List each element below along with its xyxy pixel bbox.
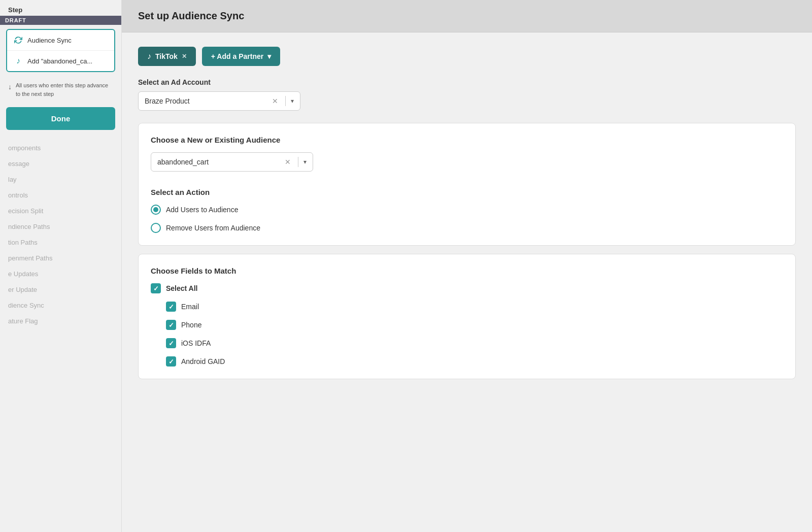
- checkbox-phone[interactable]: ✓ Phone: [166, 320, 783, 330]
- audience-arrow-icon[interactable]: ▾: [303, 158, 307, 165]
- sidebar-info: ↓ All users who enter this step advance …: [0, 76, 121, 103]
- fields-card-title: Choose Fields to Match: [151, 267, 783, 275]
- main-content: Set up Audience Sync ♪ TikTok ✕ + Add a …: [122, 0, 812, 532]
- sidebar-item-add-abandoned[interactable]: ♪ Add "abandoned_ca...: [7, 51, 114, 71]
- arrow-down-icon: ↓: [8, 82, 12, 92]
- step-label: Step: [0, 0, 121, 16]
- audience-card: Choose a New or Existing Audience abando…: [138, 123, 796, 246]
- ad-account-clear-icon[interactable]: ✕: [272, 97, 278, 105]
- checkbox-email-box: ✓: [166, 302, 176, 312]
- action-radio-group: Add Users to Audience Remove Users from …: [151, 205, 783, 233]
- sidebar-nav-delay[interactable]: lay: [0, 172, 121, 187]
- sidebar-nav-user-updates[interactable]: e Updates: [0, 266, 121, 282]
- sidebar-nav-message[interactable]: essage: [0, 156, 121, 172]
- fields-card: Choose Fields to Match ✓ Select All ✓ E: [138, 254, 796, 379]
- checkbox-select-all-box: ✓: [151, 283, 161, 293]
- checkbox-email-check: ✓: [168, 303, 174, 311]
- radio-remove-users-outer: [151, 223, 161, 233]
- main-body: ♪ TikTok ✕ + Add a Partner ▾ Select an A…: [122, 32, 812, 532]
- partner-row: ♪ TikTok ✕ + Add a Partner ▾: [138, 47, 796, 66]
- audience-value: abandoned_cart: [157, 158, 285, 166]
- sidebar: Step DRAFT Audience Sync ♪ Add "abandone…: [0, 0, 122, 532]
- checkbox-android-gaid-box: ✓: [166, 356, 176, 367]
- ad-account-arrow-icon[interactable]: ▾: [291, 97, 294, 105]
- checkbox-ios-idfa[interactable]: ✓ iOS IDFA: [166, 338, 783, 348]
- sidebar-nav-action-paths[interactable]: tion Paths: [0, 235, 121, 250]
- radio-add-users-inner: [153, 207, 158, 212]
- checkbox-android-gaid-check: ✓: [168, 358, 174, 365]
- audience-clear-icon[interactable]: ✕: [285, 158, 291, 166]
- checkbox-phone-check: ✓: [168, 321, 174, 329]
- audience-select[interactable]: abandoned_cart ✕ ▾: [151, 152, 313, 172]
- tiktok-logo-icon: ♪: [147, 52, 151, 61]
- checkbox-email-label: Email: [181, 303, 199, 311]
- checkbox-ios-idfa-label: iOS IDFA: [181, 339, 211, 347]
- action-section-title: Select an Action: [151, 188, 783, 196]
- checkbox-select-all-label: Select All: [166, 284, 198, 292]
- sidebar-nav-decision-split[interactable]: ecision Split: [0, 203, 121, 219]
- sidebar-nav-feature-flag[interactable]: ature Flag: [0, 313, 121, 329]
- page-title: Set up Audience Sync: [138, 10, 796, 22]
- ad-account-select[interactable]: Braze Product ✕ ▾: [138, 91, 300, 111]
- ad-account-section: Select an Ad Account Braze Product ✕ ▾: [138, 78, 796, 123]
- sidebar-nav-user-update[interactable]: er Update: [0, 282, 121, 297]
- add-abandoned-label: Add "abandoned_ca...: [27, 57, 92, 65]
- tiktok-partner-button[interactable]: ♪ TikTok ✕: [138, 47, 196, 66]
- sidebar-nav-controls[interactable]: ontrols: [0, 187, 121, 203]
- ad-account-label: Select an Ad Account: [138, 78, 796, 86]
- draft-badge: DRAFT: [0, 16, 121, 25]
- sync-icon: [13, 35, 23, 45]
- radio-remove-users[interactable]: Remove Users from Audience: [151, 223, 783, 233]
- fields-sub-group: ✓ Email ✓ Phone ✓ iOS IDFA: [151, 302, 783, 367]
- radio-add-users-label: Add Users to Audience: [166, 206, 238, 214]
- checkbox-ios-idfa-check: ✓: [168, 340, 174, 347]
- tiktok-button-label: TikTok: [155, 52, 178, 60]
- add-partner-arrow-icon: ▾: [267, 52, 271, 60]
- sidebar-nav-experiment-paths[interactable]: penment Paths: [0, 250, 121, 266]
- sidebar-info-text: All users who enter this step advance to…: [16, 81, 113, 98]
- checkbox-phone-label: Phone: [181, 321, 201, 329]
- ad-account-value: Braze Product: [145, 97, 272, 105]
- select-divider: [285, 96, 286, 106]
- fields-checkbox-group: ✓ Select All ✓ Email ✓: [151, 283, 783, 367]
- audience-select-divider: [298, 157, 298, 167]
- done-button[interactable]: Done: [6, 107, 115, 130]
- audience-card-title: Choose a New or Existing Audience: [151, 136, 783, 144]
- add-partner-button[interactable]: + Add a Partner ▾: [202, 47, 280, 66]
- checkbox-email[interactable]: ✓ Email: [166, 302, 783, 312]
- sidebar-nav-audience-sync[interactable]: dience Sync: [0, 297, 121, 313]
- action-section: Select an Action Add Users to Audience R…: [151, 188, 783, 233]
- main-header: Set up Audience Sync: [122, 0, 812, 32]
- radio-add-users[interactable]: Add Users to Audience: [151, 205, 783, 215]
- sidebar-item-audience-sync[interactable]: Audience Sync: [7, 30, 114, 51]
- radio-add-users-outer: [151, 205, 161, 215]
- checkbox-phone-box: ✓: [166, 320, 176, 330]
- step-item-container: Audience Sync ♪ Add "abandoned_ca...: [6, 29, 115, 72]
- checkbox-android-gaid-label: Android GAID: [181, 357, 225, 365]
- checkbox-ios-idfa-box: ✓: [166, 338, 176, 348]
- audience-sync-label: Audience Sync: [27, 37, 72, 44]
- radio-remove-users-label: Remove Users from Audience: [166, 224, 260, 232]
- tiktok-close-icon[interactable]: ✕: [182, 53, 187, 60]
- add-partner-label: + Add a Partner: [211, 52, 263, 60]
- tiktok-icon-small: ♪: [13, 56, 23, 66]
- checkbox-select-all[interactable]: ✓ Select All: [151, 283, 783, 293]
- sidebar-nav-group: omponents essage lay ontrols ecision Spl…: [0, 140, 121, 329]
- sidebar-nav-audience-paths[interactable]: ndience Paths: [0, 219, 121, 235]
- checkbox-select-all-check: ✓: [153, 285, 159, 292]
- checkbox-android-gaid[interactable]: ✓ Android GAID: [166, 356, 783, 367]
- sidebar-nav-components[interactable]: omponents: [0, 140, 121, 156]
